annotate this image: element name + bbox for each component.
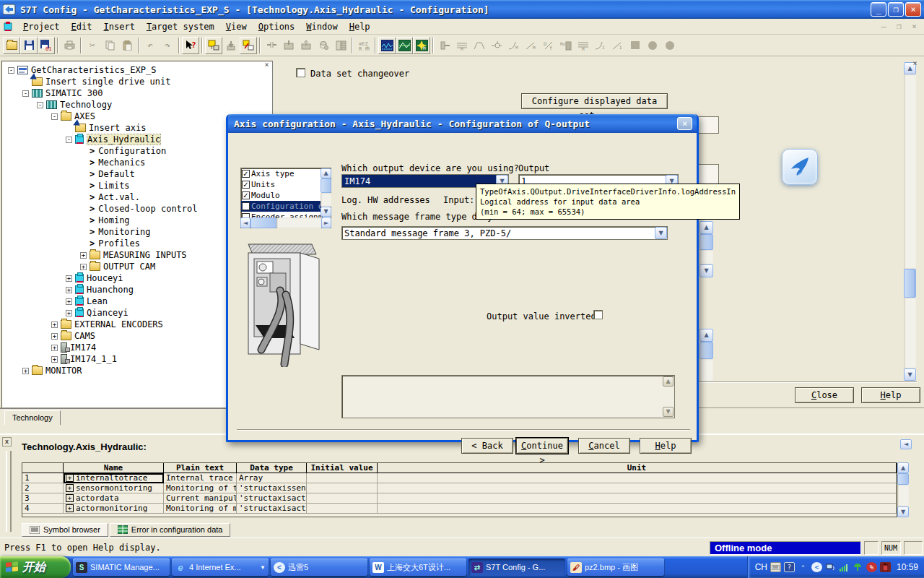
expand-plus-icon[interactable]: + (66, 504, 74, 512)
table-scrollbar[interactable]: ▲ ▼ (897, 462, 909, 517)
start-button[interactable]: 开始 (0, 556, 71, 578)
hw-grid-icon[interactable] (332, 37, 349, 54)
tree-item-technology[interactable]: -Technology (2, 99, 272, 111)
taskbar-item-word-doc[interactable]: W 上海交大6T设计... (370, 558, 466, 576)
unit-cell[interactable] (378, 493, 897, 504)
col-header-initial-value[interactable]: Initial value (307, 463, 378, 473)
close-button[interactable]: × (905, 2, 921, 17)
continue-button[interactable]: Continue > (516, 438, 568, 454)
name-cell[interactable]: +sensormonitoring (64, 483, 164, 493)
mdi-window-buttons[interactable]: – ❐ × (881, 22, 920, 31)
data-type-cell[interactable]: 'structaxisactor (237, 504, 307, 514)
plain-text-cell[interactable]: Internal trace v (164, 473, 237, 483)
help-button[interactable]: Help (640, 438, 692, 454)
menu-window[interactable]: Window (300, 20, 343, 33)
tree-pane-close-icon[interactable]: × (262, 61, 271, 70)
name-cell[interactable]: +internaltotrace (64, 473, 164, 483)
step-units[interactable]: ✓Units (241, 179, 331, 190)
paste-icon[interactable] (118, 37, 136, 54)
unit-cell[interactable] (378, 483, 897, 493)
plain-text-cell[interactable]: Current manipula (164, 493, 237, 504)
curve-i-icon[interactable]: I (592, 37, 609, 54)
copy-icon[interactable] (101, 37, 118, 54)
panel-close-icon[interactable]: x (2, 437, 12, 447)
tab-technology[interactable]: Technology (4, 410, 61, 425)
circle-tool2-icon[interactable] (661, 37, 679, 54)
help-form-button[interactable]: Help (861, 387, 920, 403)
unit-cell[interactable] (378, 504, 897, 514)
plain-text-cell[interactable]: Monitoring of ma (164, 504, 237, 514)
tree-item-insert-drive[interactable]: Insert single drive unit (2, 76, 272, 87)
close-form-button[interactable]: Close (795, 387, 854, 403)
signal-bars-icon[interactable] (839, 562, 850, 572)
checkbox-checked[interactable]: ✓ (242, 181, 250, 189)
initial-value-cell[interactable] (307, 483, 378, 493)
clock[interactable]: 10:59 (897, 562, 918, 572)
open-icon[interactable] (3, 37, 20, 54)
name-cell[interactable]: +actordata (64, 493, 164, 504)
trace-signal-icon[interactable] (378, 37, 396, 54)
menu-project[interactable]: Project (17, 20, 66, 33)
network-icon[interactable] (825, 562, 836, 572)
expand-plus-icon[interactable]: + (66, 494, 74, 502)
trace-curve-icon[interactable] (396, 37, 413, 54)
back-button[interactable]: < Back (461, 438, 513, 454)
tab-symbol-browser[interactable]: Symbol browser (22, 523, 108, 537)
taskbar-item-xunlei[interactable]: < 迅雷5 (271, 558, 367, 576)
group-dropdown-icon[interactable]: ▼ (260, 564, 266, 571)
download-icon[interactable] (222, 37, 240, 54)
umbrella-icon[interactable] (853, 562, 863, 572)
col-header-name[interactable]: Name (64, 463, 164, 473)
row-num[interactable]: 3 (22, 493, 64, 504)
data-type-cell[interactable]: 'structaxissenso (237, 483, 307, 493)
step-list-hscrollbar[interactable]: ◄ ► (240, 217, 331, 228)
coil-m2-icon[interactable]: M (575, 37, 592, 54)
output-inverted-checkbox[interactable] (593, 310, 603, 319)
name-cell[interactable]: +actormonitoring (64, 504, 164, 514)
scroll-down-icon[interactable]: ▼ (663, 407, 674, 417)
valve-icon[interactable] (488, 37, 505, 54)
alert-icon[interactable]: % (866, 562, 877, 572)
initial-value-cell[interactable] (307, 493, 378, 504)
upload-object-icon[interactable] (297, 37, 315, 54)
unit-cell[interactable] (378, 473, 897, 483)
cancel-button[interactable]: Cancel (578, 438, 630, 454)
dropdown-arrow-icon[interactable]: ▼ (655, 227, 667, 239)
cylinder-icon[interactable] (436, 37, 453, 54)
tree-item-project[interactable]: -GetCharacteristics_EXP_S (2, 64, 272, 76)
redo-icon[interactable]: ↷ (159, 37, 176, 54)
taskbar-item-simatic[interactable]: S SIMATIC Manage... (73, 558, 170, 576)
form-scrollbar-2[interactable]: ▲ (699, 329, 713, 381)
menu-options[interactable]: Options (253, 20, 301, 33)
taskbar-item-internet-explorer[interactable]: e 4 Internet Ex... ▼ (172, 558, 269, 576)
taskbar-item-s7t-config[interactable]: ⇄ S7T Config - G... (468, 558, 565, 576)
step-configuration[interactable]: Configuration o (241, 201, 331, 212)
configure-data-set-button[interactable]: Configure displayed data set... (521, 93, 668, 109)
block-m-icon[interactable]: M⇄ (557, 37, 575, 54)
form-pane-close-icon[interactable]: × (910, 59, 920, 69)
panel-expand-icon[interactable]: ◄ (900, 439, 912, 449)
form-scrollbar[interactable]: ▲ ▼ (699, 221, 713, 277)
save-icon[interactable] (20, 37, 38, 54)
ramp-m-icon[interactable]: M (523, 37, 540, 54)
checkbox-checked[interactable]: ✓ (242, 170, 250, 178)
col-header-index[interactable] (22, 463, 64, 473)
cut-icon[interactable]: ✂ (84, 37, 101, 54)
menu-view[interactable]: View (220, 20, 253, 33)
tab-error-config-data[interactable]: Error in configuration data (110, 523, 231, 537)
data-set-changeover-checkbox[interactable] (296, 68, 305, 77)
panel-grip[interactable] (6, 451, 12, 532)
keyboard-icon[interactable] (770, 562, 781, 572)
menu-insert[interactable]: Insert (98, 20, 141, 33)
col-header-unit[interactable]: Unit (378, 463, 897, 473)
checkbox-checked[interactable]: ✓ (242, 191, 250, 199)
help-pointer-icon[interactable]: ? (182, 37, 199, 54)
minimize-button[interactable]: _ (871, 2, 886, 17)
data-type-cell[interactable]: 'structaxisactor (237, 493, 307, 504)
main-vertical-scrollbar[interactable]: ▲ ▼ (904, 62, 916, 381)
initial-value-cell[interactable] (307, 473, 378, 483)
step-list-vscrollbar[interactable]: ▲ ▼ (321, 168, 331, 217)
trapezoid-icon[interactable] (471, 37, 488, 54)
row-num[interactable]: 4 (22, 504, 64, 514)
thunder-tray-icon[interactable]: < (811, 562, 822, 572)
